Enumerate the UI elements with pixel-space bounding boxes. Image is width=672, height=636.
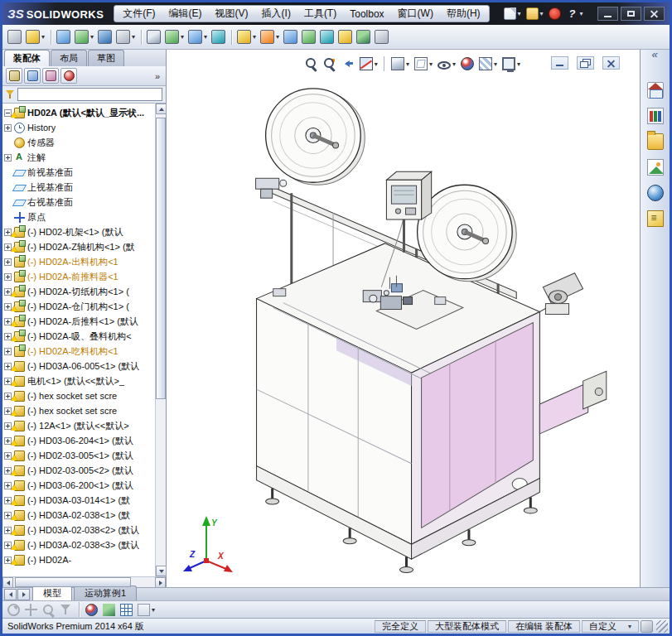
mate-icon[interactable] [55, 27, 72, 47]
expand-toggle-icon[interactable] [4, 348, 12, 355]
tree-item[interactable]: (-) HD03A-02-038<3> (默认 [2, 537, 155, 552]
tab-sketch[interactable]: 草图 [88, 50, 124, 66]
custom-properties-icon[interactable] [645, 209, 666, 229]
model-motor-unit[interactable] [539, 273, 583, 315]
apply-scene-icon[interactable] [477, 54, 499, 74]
tree-item[interactable]: (-) HD02A-吸、叠料机构< [2, 329, 155, 344]
edit-appearance-icon[interactable] [84, 602, 99, 618]
edit-appearance-icon[interactable] [459, 54, 476, 74]
menu-window[interactable]: 窗口(W) [391, 5, 440, 22]
tree-item[interactable]: History [2, 120, 155, 135]
assembly-features-icon[interactable] [163, 27, 186, 47]
scroll-track[interactable] [156, 114, 166, 566]
model-output-arm[interactable] [539, 371, 606, 434]
menu-insert[interactable]: 插入(I) [255, 5, 297, 22]
tree-item[interactable]: (-) hex socket set scre [2, 403, 155, 418]
feature-filter-input[interactable] [17, 88, 162, 101]
propertymanager-tab-icon[interactable] [24, 68, 41, 84]
show-hidden-components-icon[interactable] [145, 27, 162, 47]
pan-view-icon[interactable] [23, 602, 39, 618]
display-style-icon[interactable] [413, 54, 434, 74]
resize-grip-icon[interactable] [656, 620, 668, 633]
scroll-track[interactable] [13, 577, 155, 587]
tree-item[interactable]: (-) HD02A- [2, 552, 155, 567]
view-palette-icon[interactable] [645, 157, 666, 177]
previous-view-icon[interactable] [340, 54, 356, 74]
macro-record-icon[interactable] [546, 5, 563, 23]
tree-horizontal-scrollbar[interactable] [2, 576, 166, 587]
expand-toggle-icon[interactable] [4, 258, 12, 266]
section-view-icon[interactable] [358, 54, 380, 74]
scroll-thumb[interactable] [15, 577, 131, 587]
tree-item[interactable]: (-) 12A<1> (默认<<默认> [2, 418, 155, 433]
zoom-in-out-icon[interactable] [41, 602, 56, 618]
toolbar-options-icon[interactable] [136, 602, 157, 618]
help-icon[interactable] [563, 5, 586, 23]
tree-item[interactable]: 传感器 [2, 135, 155, 150]
displaymanager-tab-icon[interactable] [60, 68, 77, 84]
document-minimize-button[interactable] [551, 56, 568, 70]
tree-item[interactable]: (-) HD03A-06-005<1> (默认 [2, 359, 155, 373]
move-component-icon[interactable] [114, 27, 137, 47]
menu-help[interactable]: 帮助(H) [440, 5, 487, 22]
menu-tools[interactable]: 工具(T) [297, 5, 343, 22]
tree-item[interactable]: 右视基准面 [2, 195, 155, 210]
tab-motion-study-1[interactable]: 运动算例1 [74, 585, 137, 600]
view-settings-icon[interactable] [500, 54, 522, 74]
collapse-task-pane-icon[interactable] [645, 55, 666, 75]
zoom-to-area-icon[interactable] [321, 54, 338, 74]
new-motion-study-icon[interactable] [210, 27, 227, 47]
maximize-button[interactable] [621, 7, 641, 21]
clearance-verification-icon[interactable] [318, 27, 336, 47]
tree-item[interactable]: (-) HD03A-02-038<2> (默认 [2, 523, 155, 537]
exploded-view-icon[interactable] [259, 27, 281, 47]
menu-edit[interactable]: 编辑(E) [162, 5, 209, 22]
tree-item[interactable]: (-) HD02A-出料机构<1 [2, 254, 155, 269]
tree-item[interactable]: (-) HD03-06-204<1> (默认 [2, 433, 155, 448]
appearances-scenes-icon[interactable] [645, 183, 666, 203]
selection-filter-icon[interactable] [58, 602, 74, 618]
tree-item[interactable]: (-) HD02A-仓门机构<1> ( [2, 299, 155, 314]
configurationmanager-tab-icon[interactable] [42, 68, 59, 84]
tree-item[interactable]: HD02A (默认<默认_显示状... [2, 105, 155, 120]
bill-of-materials-icon[interactable] [235, 27, 258, 47]
solidworks-resources-icon[interactable] [645, 80, 666, 100]
document-restore-button[interactable] [577, 56, 594, 70]
menu-toolbox[interactable]: Toolbox [343, 7, 390, 22]
file-explorer-icon[interactable] [645, 132, 666, 152]
tree-item[interactable]: (-) HD02-03-005<1> (默认 [2, 448, 155, 463]
expand-toggle-icon[interactable] [4, 124, 12, 132]
scroll-up-button[interactable] [156, 104, 167, 114]
tree-item[interactable]: (-) HD02A-Z轴机构<1> (默 [2, 239, 155, 254]
tree-item[interactable]: 上视基准面 [2, 180, 155, 195]
rotate-view-icon[interactable] [6, 602, 22, 618]
view-orientation-icon[interactable] [389, 54, 411, 74]
open-document-icon[interactable] [524, 5, 546, 23]
tree-item[interactable]: (-) HD02A-后推料<1> (默认 [2, 314, 155, 329]
tab-layout[interactable]: 布局 [51, 50, 87, 66]
tree-item[interactable]: (-) HD03-06-200<1> (默认 [2, 478, 155, 493]
scroll-down-button[interactable] [156, 566, 167, 576]
new-document-icon[interactable] [501, 5, 524, 23]
tree-vertical-scrollbar[interactable] [155, 104, 166, 576]
tree-item[interactable]: 原点 [2, 210, 155, 224]
tree-item[interactable]: 前视基准面 [2, 165, 155, 180]
featuremanager-tab-icon[interactable] [6, 68, 22, 84]
performance-evaluation-icon[interactable] [373, 27, 390, 47]
tab-assembly[interactable]: 装配体 [4, 50, 50, 66]
filter-icon[interactable] [6, 89, 15, 99]
edit-component-icon[interactable] [6, 27, 23, 47]
tree-item[interactable]: (-) HD03A-03-014<1> (默 [2, 493, 155, 508]
tab-scroll-right-button[interactable] [17, 589, 30, 600]
close-button[interactable] [644, 7, 665, 21]
tree-item[interactable]: 注解 [2, 150, 155, 165]
tree-item[interactable]: (-) HD02A-吃料机构<1 [2, 344, 155, 359]
interference-detection-icon[interactable] [300, 27, 317, 47]
insert-components-icon[interactable] [24, 27, 46, 47]
tab-scroll-left-button[interactable] [4, 589, 17, 600]
tree-item[interactable]: (-) hex socket set scre [2, 388, 155, 403]
titlebar[interactable]: ЗS SOLIDWORKS 文件(F)编辑(E)视图(V)插入(I)工具(T)T… [2, 2, 670, 25]
expand-toggle-icon[interactable] [4, 273, 12, 281]
design-library-icon[interactable] [645, 106, 666, 126]
model-reel-left[interactable] [266, 89, 365, 185]
